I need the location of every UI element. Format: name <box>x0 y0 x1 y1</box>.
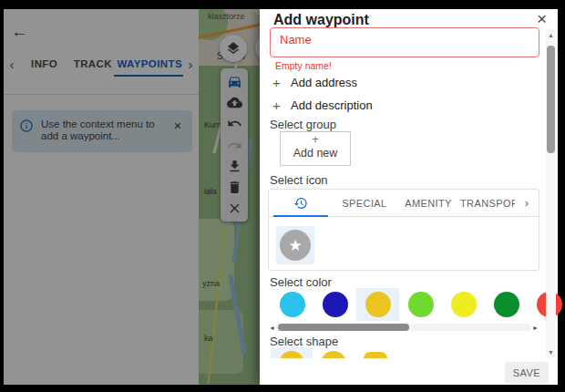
star-icon: ★ <box>280 230 311 261</box>
tab-transport[interactable]: TRANSPORT <box>460 198 515 209</box>
color-swatch <box>451 292 477 317</box>
dialog-close-icon[interactable]: × <box>537 9 547 29</box>
select-shape-label: Select shape <box>270 335 338 348</box>
scroll-left-icon[interactable]: ◄ <box>269 325 276 331</box>
icon-category-tabs: SPECIAL AMENITY TRANSPORT › <box>269 190 539 217</box>
select-icon-label: Select icon <box>270 173 328 187</box>
dialog-footer: SAVE <box>260 358 558 385</box>
color-swatch <box>365 292 391 317</box>
plus-icon: + <box>272 75 291 90</box>
name-field-label: Name <box>280 33 312 46</box>
color-swatch <box>408 292 434 317</box>
color-option-green[interactable] <box>485 288 528 321</box>
scroll-down-icon[interactable]: ▼ <box>546 349 556 356</box>
dialog-scrollbar[interactable]: ▲ ▼ <box>546 29 556 358</box>
color-option-cyan[interactable] <box>271 288 313 321</box>
app-window: ← ‹ INFO TRACK WAYPOINTS › Use the conte… <box>0 0 565 392</box>
add-new-label: Add new <box>281 147 350 160</box>
icon-tabs-more-icon[interactable]: › <box>515 196 539 210</box>
color-option-navy[interactable] <box>313 288 356 321</box>
select-group-label: Select group <box>270 118 336 131</box>
plus-icon: + <box>281 132 350 147</box>
dialog-scrollbar-thumb[interactable] <box>547 46 555 153</box>
add-description-label: Add description <box>291 98 373 112</box>
scroll-right-icon[interactable]: ► <box>531 325 539 331</box>
color-swatch <box>494 292 519 317</box>
add-address-button[interactable]: + Add address <box>272 75 357 90</box>
scroll-up-icon[interactable]: ▲ <box>546 32 556 38</box>
tab-history[interactable] <box>269 190 333 217</box>
name-field[interactable]: Name <box>270 27 539 57</box>
color-picker <box>271 288 565 321</box>
color-option-yellow[interactable] <box>442 288 485 321</box>
active-icon-tab-underline <box>273 215 328 217</box>
plus-icon: + <box>272 98 291 113</box>
color-scrollbar-thumb[interactable] <box>278 324 409 331</box>
color-scrollbar-track[interactable] <box>276 324 531 331</box>
add-address-label: Add address <box>291 76 357 89</box>
color-scrollbar[interactable]: ◄ ► <box>269 323 539 332</box>
save-button[interactable]: SAVE <box>505 362 549 384</box>
icon-picker: SPECIAL AMENITY TRANSPORT › ★ <box>268 189 539 271</box>
color-option-light-green[interactable] <box>399 288 442 321</box>
tab-special[interactable]: SPECIAL <box>333 198 396 209</box>
app-content: ← ‹ INFO TRACK WAYPOINTS › Use the conte… <box>4 9 558 385</box>
color-swatch <box>280 292 305 317</box>
add-waypoint-dialog: Add waypoint × Name Empty name! + Add ad… <box>260 9 558 385</box>
add-new-group-button[interactable]: + Add new <box>280 131 351 166</box>
name-field-error: Empty name! <box>275 60 332 71</box>
add-description-button[interactable]: + Add description <box>272 98 373 113</box>
dialog-title: Add waypoint <box>273 12 369 28</box>
color-option-gold[interactable] <box>356 288 399 321</box>
select-color-label: Select color <box>270 275 332 289</box>
modal-overlay[interactable] <box>4 9 260 385</box>
history-icon <box>293 196 308 211</box>
tab-amenity[interactable]: AMENITY <box>396 198 460 209</box>
icon-option-star[interactable]: ★ <box>276 226 314 264</box>
color-swatch <box>323 292 348 317</box>
